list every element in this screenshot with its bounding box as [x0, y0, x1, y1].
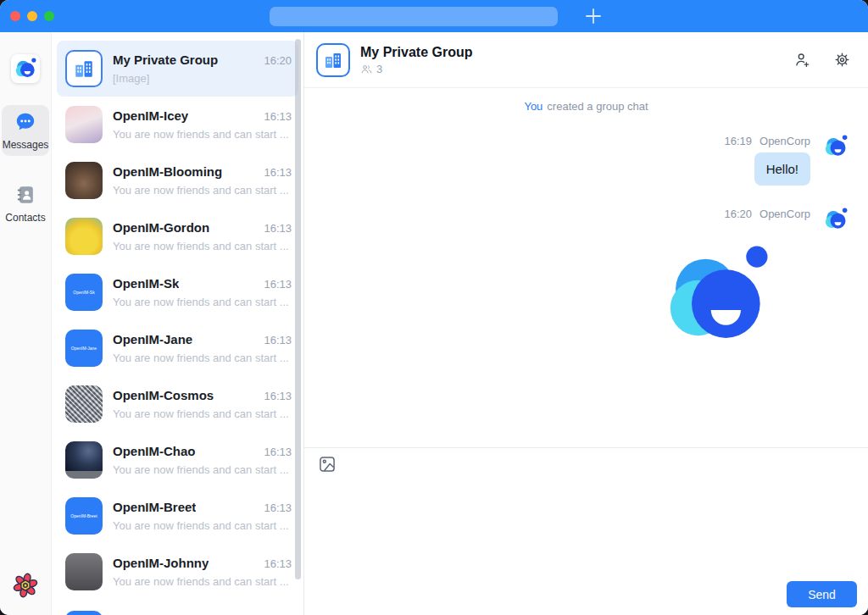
- conversation-item-group[interactable]: My Private Group 16:20 [Image]: [57, 41, 298, 97]
- titlebar: [0, 0, 868, 32]
- conversation-item[interactable]: OpenIM-Johnny 16:13 You are now friends …: [52, 544, 303, 600]
- conversation-preview: You are now friends and can start ...: [113, 352, 292, 364]
- building-icon: [73, 58, 95, 80]
- message-meta: 16:20OpenCorp: [724, 208, 810, 220]
- contact-avatar: [65, 611, 103, 615]
- conversation-name: OpenIM-Johnny: [113, 556, 209, 570]
- conversation-name: OpenIM-Sk: [113, 276, 179, 291]
- conversation-preview: You are now friends and can start ...: [113, 463, 292, 476]
- scrollbar[interactable]: [295, 39, 301, 579]
- composer: Send: [304, 447, 868, 615]
- contact-avatar: [65, 385, 103, 423]
- conversation-item[interactable]: OpenIM-Blooming 16:13 You are now friend…: [52, 152, 303, 208]
- conversation-time: 16:13: [264, 557, 292, 570]
- conversation-preview: You are now friends and can start ...: [113, 407, 292, 420]
- conversation-time: 16:13: [264, 446, 292, 458]
- minimize-window-button[interactable]: [27, 11, 37, 21]
- conversation-name: OpenIM-Jane: [113, 332, 192, 346]
- conversation-item-partial[interactable]: [52, 600, 303, 615]
- conversation-time: 16:13: [264, 222, 292, 235]
- conversation-preview: You are now friends and can start ...: [113, 128, 292, 141]
- conversation-time: 16:13: [264, 166, 292, 179]
- close-window-button[interactable]: [10, 11, 20, 21]
- message-sender: OpenCorp: [760, 135, 810, 147]
- conversation-time: 16:13: [264, 278, 292, 291]
- message-time: 16:19: [724, 135, 752, 147]
- contact-avatar: [65, 162, 103, 199]
- conversation-preview: You are now friends and can start ...: [113, 184, 292, 197]
- message-time: 16:20: [724, 208, 752, 220]
- contact-avatar: [65, 553, 103, 590]
- conversation-preview: You are now friends and can start ...: [113, 519, 292, 532]
- conversation-item[interactable]: OpenIM-Cosmos 16:13 You are now friends …: [52, 376, 303, 432]
- flower-icon: [11, 571, 40, 600]
- messages-icon: [14, 111, 36, 133]
- image-icon: [318, 455, 337, 474]
- message-input[interactable]: [318, 480, 854, 571]
- openim-logo-image: [663, 244, 770, 351]
- message-outgoing: 16:20OpenCorp: [304, 208, 868, 351]
- sender-avatar[interactable]: [824, 208, 848, 231]
- avatar-text: OpenIM-Jane: [71, 346, 97, 351]
- message-image[interactable]: [663, 244, 770, 351]
- conversation-item[interactable]: OpenIM-Chao 16:13 You are now friends an…: [52, 432, 303, 488]
- avatar-text: OpenIM-Sk: [73, 291, 94, 295]
- send-button[interactable]: Send: [787, 581, 857, 607]
- chat-title: My Private Group: [360, 45, 793, 60]
- conversation-list: My Private Group 16:20 [Image] OpenIM-Ic…: [52, 32, 304, 615]
- conversation-item[interactable]: OpenIM-Gordon 16:13 You are now friends …: [52, 208, 303, 264]
- add-member-button[interactable]: [793, 51, 811, 69]
- zoom-window-button[interactable]: [44, 11, 54, 21]
- member-count-value: 3: [376, 63, 382, 75]
- group-settings-button[interactable]: [833, 51, 851, 69]
- openim-logo-icon: [824, 208, 848, 231]
- members-icon: [360, 63, 373, 75]
- contact-avatar: OpenIM-Jane: [65, 330, 103, 367]
- conversation-name: OpenIM-Cosmos: [113, 388, 214, 402]
- contact-avatar: [65, 218, 103, 255]
- message-sender: OpenCorp: [760, 208, 810, 220]
- add-button[interactable]: [580, 3, 607, 29]
- sidebar-item-messages[interactable]: Messages: [2, 105, 49, 156]
- app-window: Messages Contacts My Private Group: [0, 0, 868, 615]
- contact-avatar: [65, 441, 103, 479]
- conversation-preview: You are now friends and can start ...: [113, 575, 292, 588]
- conversation-time: 16:13: [264, 501, 292, 514]
- group-avatar[interactable]: [316, 43, 350, 77]
- conversation-preview: You are now friends and can start ...: [113, 240, 292, 252]
- conversation-name: OpenIM-Blooming: [113, 164, 222, 179]
- user-avatar[interactable]: [11, 54, 40, 83]
- conversation-name: OpenIM-Icey: [113, 108, 188, 123]
- conversation-item[interactable]: OpenIM-Sk OpenIM-Sk 16:13 You are now fr…: [52, 264, 303, 320]
- plus-icon: [583, 6, 604, 26]
- sender-avatar[interactable]: [824, 135, 848, 158]
- person-add-icon: [793, 51, 811, 69]
- conversation-preview: [Image]: [113, 72, 292, 85]
- member-count: 3: [360, 63, 793, 75]
- message-area[interactable]: Youcreated a group chat 16:19OpenCorp He…: [304, 88, 868, 447]
- conversation-time: 16:13: [264, 110, 292, 123]
- group-avatar: [65, 50, 103, 87]
- conversation-name: OpenIM-Chao: [113, 444, 196, 458]
- conversation-item[interactable]: OpenIM-Jane OpenIM-Jane 16:13 You are no…: [52, 320, 303, 376]
- notice-actor: You: [524, 100, 542, 113]
- conversation-name: OpenIM-Gordon: [113, 220, 209, 235]
- contact-avatar: OpenIM-Breet: [65, 497, 103, 535]
- search-input[interactable]: [270, 7, 558, 26]
- app-badge: [11, 571, 40, 603]
- traffic-lights: [10, 11, 54, 21]
- sidebar-item-label: Messages: [2, 139, 49, 151]
- main-area: Messages Contacts My Private Group: [0, 32, 868, 615]
- openim-logo-icon: [14, 58, 36, 80]
- building-icon: [323, 50, 343, 70]
- contacts-icon: [14, 184, 36, 206]
- conversation-item[interactable]: OpenIM-Icey 16:13 You are now friends an…: [52, 97, 303, 152]
- message-outgoing: 16:19OpenCorp Hello!: [304, 135, 868, 186]
- attach-image-button[interactable]: [318, 455, 337, 474]
- chat-panel: My Private Group 3 You: [304, 32, 868, 615]
- conversation-time: 16:13: [264, 334, 292, 346]
- sidebar-item-contacts[interactable]: Contacts: [2, 178, 49, 229]
- conversation-item[interactable]: OpenIM-Breet OpenIM-Breet 16:13 You are …: [52, 488, 303, 544]
- message-bubble[interactable]: Hello!: [754, 152, 810, 186]
- system-notice: Youcreated a group chat: [304, 100, 868, 113]
